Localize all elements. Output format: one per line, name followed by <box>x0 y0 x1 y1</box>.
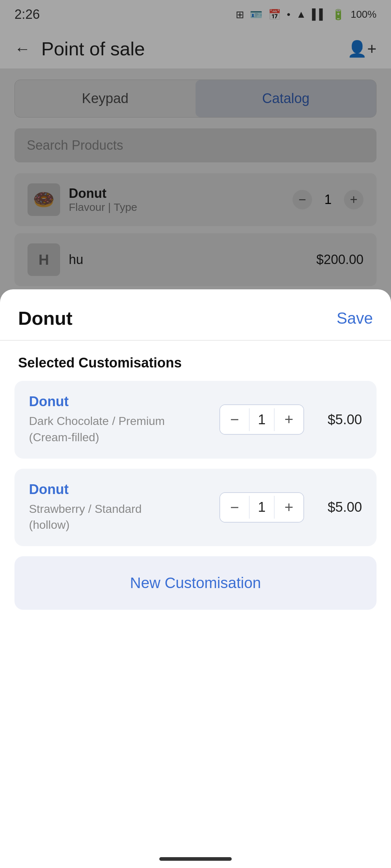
custom-increment-1[interactable]: + <box>274 493 303 522</box>
custom-name-1: Donut <box>29 482 212 497</box>
save-button[interactable]: Save <box>337 309 373 327</box>
sheet-title: Donut <box>18 307 72 329</box>
new-customisation-button[interactable]: New Customisation <box>14 556 377 610</box>
sheet-header: Donut Save <box>0 289 391 341</box>
custom-desc-line2-1: (hollow) <box>29 518 70 531</box>
custom-price-1: $5.00 <box>311 499 362 515</box>
custom-desc-1: Strawberry / Standard (hollow) <box>29 501 212 533</box>
custom-qty-0: 1 <box>249 408 274 431</box>
custom-name-0: Donut <box>29 394 212 409</box>
custom-increment-0[interactable]: + <box>274 405 303 434</box>
custom-decrement-1[interactable]: − <box>220 493 249 522</box>
custom-desc-line1-0: Dark Chocolate / Premium <box>29 414 165 427</box>
custom-info-1: Donut Strawberry / Standard (hollow) <box>29 482 212 533</box>
custom-qty-1: 1 <box>249 496 274 519</box>
custom-desc-line2-0: (Cream-filled) <box>29 431 99 444</box>
custom-decrement-0[interactable]: − <box>220 405 249 434</box>
custom-price-0: $5.00 <box>311 412 362 427</box>
bottom-sheet: Donut Save Selected Customisations Donut… <box>0 289 391 868</box>
custom-desc-0: Dark Chocolate / Premium (Cream-filled) <box>29 413 212 446</box>
customisation-card-1: Donut Strawberry / Standard (hollow) − 1… <box>14 469 377 546</box>
customisation-card-0: Donut Dark Chocolate / Premium (Cream-fi… <box>14 381 377 459</box>
customisations-section-title: Selected Customisations <box>0 341 391 381</box>
custom-desc-line1-1: Strawberry / Standard <box>29 502 142 515</box>
custom-controls-0: − 1 + <box>219 404 304 435</box>
custom-controls-1: − 1 + <box>219 492 304 523</box>
home-indicator <box>159 857 232 861</box>
custom-info-0: Donut Dark Chocolate / Premium (Cream-fi… <box>29 394 212 446</box>
